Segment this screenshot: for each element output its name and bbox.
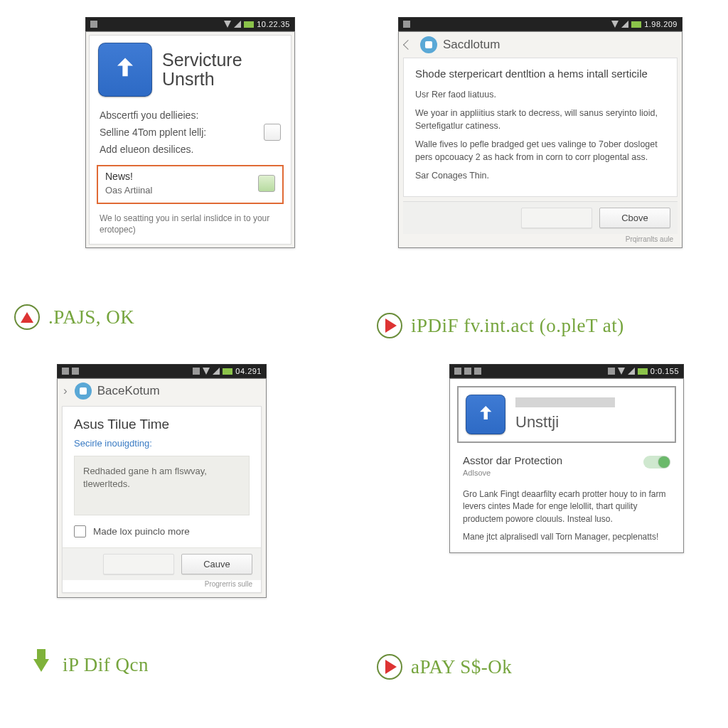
- setting-title: Asstor dar Protection: [463, 454, 562, 466]
- notif-icon: [62, 368, 69, 375]
- signal-icon: [621, 21, 628, 28]
- dialog-body: Shode sterpericart dentltion a hems inta…: [403, 58, 678, 197]
- screen-2: 1.98.209 Sacdlotum Shode sterpericart de…: [398, 17, 682, 248]
- remember-checkbox-row[interactable]: Made lox puinclo more: [63, 525, 261, 547]
- paragraph: Walle fives lo pefle bradged get ues val…: [415, 138, 665, 164]
- dialog-title: Asus Tilue Time: [63, 407, 261, 438]
- signal-icon: [213, 368, 220, 375]
- ok-button[interactable]: Cbove: [599, 208, 670, 228]
- app-title: Unsttji: [515, 413, 615, 432]
- step-caption-1: .PAJS, OK: [14, 304, 134, 330]
- checkbox-label: Made lox puinclo more: [93, 526, 190, 537]
- clock-text: 1.98.209: [644, 20, 678, 28]
- data-icon: [193, 368, 200, 375]
- option-line: Add elueon desilices.: [100, 142, 281, 156]
- clock-text: 0:0.155: [651, 367, 679, 375]
- notif-icon: [403, 21, 410, 28]
- app-title: Servicture Unsrth: [162, 50, 242, 90]
- step-caption-4: aPAY S$-Ok: [377, 654, 512, 680]
- battery-icon: [638, 368, 648, 375]
- play-icon: [377, 313, 402, 338]
- wifi-icon: [224, 21, 231, 28]
- toggle-switch[interactable]: [643, 456, 670, 469]
- back-icon[interactable]: [403, 40, 413, 50]
- battery-icon: [631, 21, 641, 28]
- footer-tiny: Prqirranlts aule: [399, 235, 682, 247]
- paragraph: We yoar in appliitius stark to decress, …: [415, 107, 665, 132]
- app-mini-icon: [75, 382, 92, 400]
- signal-icon: [628, 368, 635, 375]
- status-bar: 04.291: [57, 364, 267, 378]
- option-row-checkbox[interactable]: Selline 4Tom pplent lellj:: [100, 122, 281, 142]
- triangle-up-icon: [14, 304, 40, 330]
- setting-subtitle: Adlsove: [463, 469, 562, 477]
- caption-text: iPDiF fv.int.act (o.pleT at): [411, 315, 624, 337]
- wifi-icon: [618, 368, 625, 375]
- wifi-icon: [611, 21, 619, 28]
- setting-description: Gro Lank Fingt deaarfilty ecarh protter …: [463, 488, 670, 525]
- status-bar: 0:0.155: [449, 364, 684, 378]
- news-subtitle: Oas Artiinal: [105, 185, 152, 196]
- step-caption-3: iP Dif Qcn: [28, 654, 149, 676]
- cancel-button[interactable]: [521, 208, 592, 228]
- button-row: Cbove: [403, 201, 678, 234]
- dialog-heading: Shode sterpericart dentltion a hems inta…: [415, 67, 665, 81]
- news-title: News!: [105, 171, 152, 182]
- checkbox-on-icon[interactable]: [258, 175, 275, 192]
- data-icon: [608, 368, 615, 375]
- checkbox-icon[interactable]: [264, 124, 281, 141]
- caption-text: iP Dif Qcn: [63, 654, 149, 676]
- app-icon: [98, 43, 152, 97]
- cancel-button[interactable]: [103, 554, 174, 574]
- app-icon: [466, 395, 505, 434]
- checkbox-icon[interactable]: [74, 525, 86, 537]
- dialog-subtitle: Secirle inouigdting:: [63, 438, 261, 456]
- settings-section: Asstor dar Protection Adlsove Gro Lank F…: [450, 450, 683, 552]
- app-title-box: Unsttji: [457, 386, 676, 443]
- signal-icon: [234, 21, 241, 28]
- highlighted-section[interactable]: News! Oas Artiinal: [97, 165, 284, 204]
- notif-icon: [454, 368, 461, 375]
- screen-3: 04.291 › BaceKotum Asus Tilue Time Secir…: [57, 364, 267, 598]
- ok-button[interactable]: Cauve: [181, 554, 252, 574]
- screen-4: 0:0.155 Unsttji Asstor dar Protection Ad…: [449, 364, 684, 553]
- option-line: Abscertfi you dellieies:: [100, 108, 281, 122]
- screen-header: Sacdlotum: [443, 38, 500, 52]
- caption-text: aPAY S$-Ok: [411, 656, 512, 678]
- setting-description: Mane jtct alpralisedl vall Torn Manager,…: [463, 531, 670, 543]
- notif-icon: [464, 368, 471, 375]
- paragraph: Usr Rer faod liatuus.: [415, 88, 665, 101]
- screen-header: BaceKotum: [97, 384, 160, 398]
- wifi-icon: [203, 368, 210, 375]
- dialog: Asus Tilue Time Secirle inouigdting: Red…: [62, 406, 262, 593]
- status-bar: 10.22.35: [85, 17, 295, 31]
- battery-icon: [223, 368, 232, 375]
- clock-text: 04.291: [235, 367, 262, 375]
- blurred-text: [515, 397, 615, 407]
- options-list: Abscertfi you dellieies: Selline 4Tom pp…: [90, 104, 291, 162]
- screen-1: 10.22.35 Servicture Unsrth Abscertfi you…: [85, 17, 295, 248]
- status-bar: 1.98.209: [398, 17, 682, 31]
- app-mini-icon: [420, 36, 437, 53]
- notif-icon: [90, 21, 97, 28]
- footer-tiny: Progrerris sulle: [63, 580, 261, 592]
- caption-text: .PAJS, OK: [48, 306, 134, 328]
- button-row: Cauve: [63, 547, 261, 580]
- text-area[interactable]: Redhaded gane h am flswvay, tlewerlteds.: [74, 456, 250, 515]
- clock-text: 10.22.35: [257, 20, 290, 28]
- notif-icon: [72, 368, 79, 375]
- play-icon: [377, 654, 402, 680]
- notif-icon: [474, 368, 481, 375]
- arrow-down-icon: [28, 659, 54, 672]
- battery-icon: [244, 21, 254, 28]
- footer-note: We lo seatting you in serlal inslidce in…: [90, 207, 291, 244]
- paragraph: Sar Conages Thin.: [415, 169, 665, 182]
- step-caption-2: iPDiF fv.int.act (o.pleT at): [377, 313, 624, 338]
